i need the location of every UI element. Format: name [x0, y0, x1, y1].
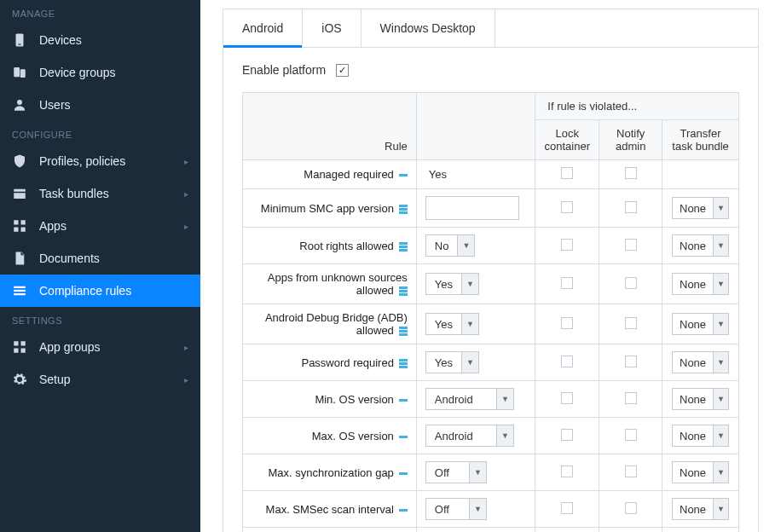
sidebar-item-profiles-policies[interactable]: Profiles, policies ▸	[0, 145, 200, 177]
lock-container-checkbox[interactable]	[561, 277, 573, 289]
notify-admin-checkbox[interactable]	[625, 392, 637, 404]
rule-marker-icon	[399, 174, 408, 176]
rule-value-select[interactable]: Yes▼	[425, 313, 479, 335]
lock-container-cell	[535, 344, 599, 381]
lock-container-checkbox[interactable]	[561, 167, 573, 179]
tab-ios[interactable]: iOS	[303, 9, 361, 47]
rule-value-cell: Off▼	[416, 454, 535, 491]
lock-container-checkbox[interactable]	[561, 201, 573, 213]
rule-value-select[interactable]: Yes▼	[425, 273, 479, 295]
lock-container-checkbox[interactable]	[561, 239, 573, 251]
main-content: Android iOS Windows Desktop Enable platf…	[200, 0, 781, 532]
rule-label: Password required	[301, 356, 393, 369]
sidebar-item-apps[interactable]: Apps ▸	[0, 210, 200, 242]
rules-table: Rule If rule is violated... Lock contain…	[242, 92, 739, 532]
sidebar-item-users[interactable]: Users	[0, 89, 200, 121]
header-violation-group: If rule is violated...	[535, 93, 739, 120]
sidebar-item-documents[interactable]: Documents	[0, 242, 200, 275]
transfer-cell: None▼	[662, 344, 739, 381]
rule-marker-icon	[399, 205, 408, 214]
chevron-right-icon: ▸	[184, 157, 188, 166]
device-groups-icon	[12, 65, 27, 80]
rule-value-select[interactable]: Yes▼	[425, 351, 479, 373]
svg-rect-2	[14, 67, 20, 77]
notify-admin-checkbox[interactable]	[625, 167, 637, 179]
transfer-task-select[interactable]: None▼	[672, 351, 729, 373]
notify-admin-checkbox[interactable]	[625, 277, 637, 289]
rule-value-select[interactable]: No▼	[425, 234, 476, 257]
lock-container-checkbox[interactable]	[561, 429, 573, 441]
rule-marker-icon	[399, 327, 408, 336]
sidebar-item-app-groups[interactable]: App groups ▸	[0, 331, 200, 363]
rule-value-cell: Yes▼	[416, 304, 535, 344]
card-body: Enable platform ✓ Rule If rule is violat…	[223, 48, 758, 532]
rule-label-cell: Min. OS version	[243, 381, 417, 418]
svg-rect-3	[20, 69, 26, 78]
tab-android[interactable]: Android	[223, 9, 303, 47]
rule-value-select[interactable]: Android▼	[425, 425, 514, 447]
rule-value-select[interactable]: Off▼	[425, 498, 487, 520]
rule-label-cell: Managed required	[243, 160, 417, 189]
transfer-task-select[interactable]: None▼	[672, 197, 729, 219]
lock-container-checkbox[interactable]	[561, 317, 573, 329]
notify-admin-checkbox[interactable]	[625, 429, 637, 441]
svg-rect-12	[14, 290, 26, 292]
transfer-task-select[interactable]: None▼	[672, 425, 729, 447]
transfer-task-select[interactable]: None▼	[672, 313, 729, 335]
table-row: Minimum SMC app versionNone▼	[243, 189, 739, 228]
transfer-task-select[interactable]: None▼	[672, 234, 729, 257]
tab-windows-desktop[interactable]: Windows Desktop	[362, 9, 495, 47]
lock-container-checkbox[interactable]	[561, 466, 573, 477]
rule-value-cell: Android▼	[416, 381, 535, 418]
rule-value-select[interactable]: Android▼	[425, 388, 514, 410]
lock-container-checkbox[interactable]	[561, 392, 573, 404]
chevron-right-icon: ▸	[184, 189, 188, 199]
rule-marker-icon	[399, 436, 408, 438]
enable-platform-checkbox[interactable]: ✓	[336, 64, 349, 77]
transfer-cell: None▼	[662, 228, 739, 264]
table-row: Android Debug Bridge (ADB) allowedYes▼No…	[243, 304, 739, 344]
notify-admin-cell	[599, 418, 662, 454]
select-value: Yes	[426, 356, 461, 369]
select-value: Off	[426, 503, 469, 516]
sidebar-item-setup[interactable]: Setup ▸	[0, 363, 200, 396]
transfer-task-select[interactable]: None▼	[672, 498, 729, 520]
sidebar-item-label: Documents	[39, 252, 188, 265]
select-value: No	[426, 240, 458, 252]
notify-admin-checkbox[interactable]	[625, 201, 637, 213]
transfer-cell: None▼	[662, 264, 739, 304]
chevron-down-icon: ▼	[713, 314, 728, 334]
transfer-task-select[interactable]: None▼	[672, 273, 729, 295]
rule-label: Max. SMSec scan interval	[266, 503, 394, 516]
header-notify-admin: Notify admin	[599, 120, 662, 160]
transfer-task-select[interactable]: None▼	[672, 461, 729, 483]
notify-admin-checkbox[interactable]	[625, 239, 637, 251]
lock-container-checkbox[interactable]	[561, 502, 573, 514]
sidebar-item-device-groups[interactable]: Device groups	[0, 56, 200, 89]
lock-container-checkbox[interactable]	[561, 356, 573, 367]
rule-value-input[interactable]	[425, 196, 519, 220]
sidebar-item-label: Profiles, policies	[39, 154, 172, 168]
lock-container-cell	[535, 454, 599, 491]
notify-admin-checkbox[interactable]	[625, 502, 637, 514]
notify-admin-checkbox[interactable]	[625, 317, 637, 329]
notify-admin-checkbox[interactable]	[625, 466, 637, 477]
transfer-task-select[interactable]: None▼	[672, 388, 729, 410]
sidebar-item-compliance-rules[interactable]: Compliance rules	[0, 275, 200, 307]
chevron-down-icon: ▼	[713, 274, 728, 294]
transfer-cell: None▼	[662, 189, 739, 228]
sidebar-item-task-bundles[interactable]: Task bundles ▸	[0, 177, 200, 210]
notify-admin-cell	[599, 381, 662, 418]
svg-rect-17	[21, 349, 26, 353]
rule-label: Min. OS version	[315, 393, 393, 406]
notify-admin-checkbox[interactable]	[625, 356, 637, 367]
notify-admin-cell	[599, 528, 662, 533]
rule-value-select[interactable]: Off▼	[425, 461, 487, 483]
app-groups-icon	[12, 339, 27, 355]
lock-container-cell	[535, 189, 599, 228]
sidebar-item-devices[interactable]: Devices	[0, 24, 200, 56]
lock-container-cell	[535, 491, 599, 528]
rule-marker-icon	[399, 286, 408, 296]
sidebar: MANAGE Devices Device groups Users CONFI…	[0, 0, 200, 532]
rule-value-cell: No▼	[416, 528, 535, 533]
